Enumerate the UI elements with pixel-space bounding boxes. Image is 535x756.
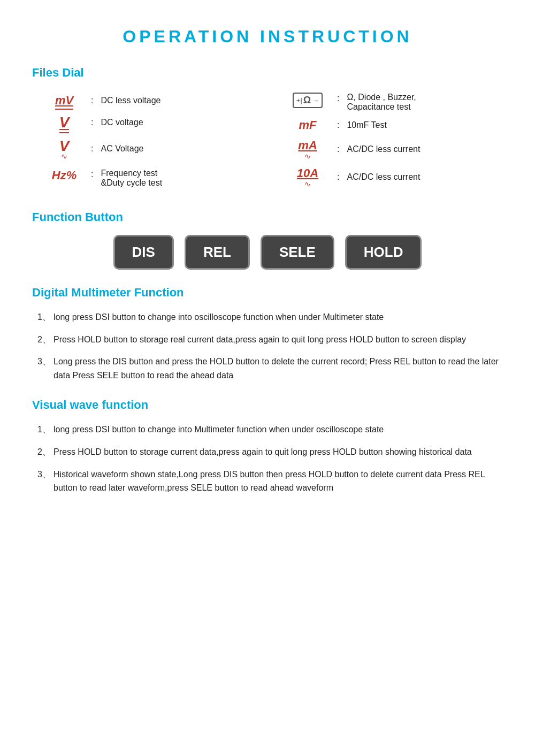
symbol-vdc: V	[43, 114, 86, 131]
dial-right-col: +| Ω → : Ω, Diode , Buzzer,Capacitance t…	[284, 90, 503, 191]
desc-10a: AC/DC less current	[347, 172, 503, 182]
desc-hz: Frequency test&Duty cycle test	[101, 169, 262, 188]
files-dial-title: Files Dial	[32, 66, 503, 80]
symbol-10a: 10A ∿	[284, 166, 332, 188]
dial-row-omega: +| Ω → : Ω, Diode , Buzzer,Capacitance t…	[284, 90, 503, 115]
hz-text: Hz%	[52, 169, 77, 182]
sele-button[interactable]: SELE	[261, 235, 334, 270]
function-button-section: Function Button DIS REL SELE HOLD	[32, 210, 503, 270]
tena-text: 10A	[297, 166, 318, 180]
colon-hz: :	[91, 170, 93, 179]
vdc-text: V	[59, 114, 70, 131]
page-title: OPERATION INSTRUCTION	[32, 27, 503, 47]
list-item: 1、 long press DSI button to change into …	[37, 310, 503, 324]
ma-wrapper: mA ∿	[298, 139, 317, 160]
vw-list-num-1: 1、	[37, 423, 51, 437]
dial-row-vdc: V : DC voltage	[43, 111, 262, 134]
colon-mf: :	[337, 120, 339, 130]
desc-omega: Ω, Diode , Buzzer,Capacitance test	[347, 93, 503, 112]
list-num-3: 3、	[37, 355, 51, 369]
vac-wrapper: V ∿	[59, 138, 70, 160]
dis-button[interactable]: DIS	[113, 235, 174, 270]
omega-plus: +|	[296, 96, 302, 104]
colon-mv: :	[91, 96, 93, 105]
dial-row-ma: mA ∿ : AC/DC less current	[284, 135, 503, 163]
dial-left-col: mV : DC less voltage V : DC voltage V ∿	[43, 90, 262, 191]
colon-ma: :	[337, 144, 339, 154]
list-num-2: 2、	[37, 333, 51, 347]
function-button-title: Function Button	[32, 210, 503, 224]
list-item: 3、 Historical waveform shown state,Long …	[37, 468, 503, 495]
omega-arrow: →	[312, 96, 319, 104]
ma-tilde: ∿	[298, 152, 317, 160]
list-item: 3、 Long press the DIS button and press t…	[37, 355, 503, 382]
symbol-vac: V ∿	[43, 138, 86, 160]
colon-omega: :	[337, 94, 339, 103]
list-text-2: Press HOLD button to storage real curren…	[54, 335, 466, 344]
dial-row-mv: mV : DC less voltage	[43, 90, 262, 111]
vw-list-num-3: 3、	[37, 468, 51, 482]
tena-tilde: ∿	[297, 180, 318, 188]
buttons-row: DIS REL SELE HOLD	[32, 235, 503, 270]
dial-row-mf: mF : 10mF Test	[284, 115, 503, 135]
visual-wave-section: Visual wave function 1、 long press DSI b…	[32, 398, 503, 494]
dial-grid: mV : DC less voltage V : DC voltage V ∿	[32, 90, 503, 191]
colon-vac: :	[91, 144, 93, 154]
ma-text: mA	[298, 139, 317, 152]
colon-vdc: :	[91, 118, 93, 127]
visual-wave-list: 1、 long press DSI button to change into …	[32, 423, 503, 494]
tena-wrapper: 10A ∿	[297, 166, 318, 188]
desc-ma: AC/DC less current	[347, 144, 503, 154]
vw-list-text-3: Historical waveform shown state,Long pre…	[54, 470, 485, 493]
omega-box: +| Ω →	[293, 93, 323, 108]
symbol-omega: +| Ω →	[284, 93, 332, 108]
dial-row-10a: 10A ∿ : AC/DC less current	[284, 163, 503, 191]
list-num-1: 1、	[37, 310, 51, 324]
list-text-1: long press DSI button to change into osc…	[54, 312, 384, 322]
symbol-mf: mF	[284, 118, 332, 132]
vw-list-text-2: Press HOLD button to storage current dat…	[54, 447, 472, 456]
desc-vdc: DC voltage	[101, 118, 262, 127]
files-dial-section: Files Dial mV : DC less voltage V : DC v…	[32, 66, 503, 191]
dial-row-vac: V ∿ : AC Voltage	[43, 134, 262, 163]
omega-letter: Ω	[303, 95, 311, 106]
list-item: 2、 Press HOLD button to storage current …	[37, 445, 503, 459]
digital-multimeter-title: Digital Multimeter Function	[32, 286, 503, 300]
visual-wave-title: Visual wave function	[32, 398, 503, 412]
hold-button[interactable]: HOLD	[345, 235, 422, 270]
mf-text: mF	[299, 118, 317, 132]
digital-multimeter-list: 1、 long press DSI button to change into …	[32, 310, 503, 382]
list-text-3: Long press the DIS button and press the …	[54, 357, 499, 380]
symbol-hz: Hz%	[43, 169, 86, 182]
desc-mf: 10mF Test	[347, 120, 503, 130]
vw-list-text-1: long press DSI button to change into Mul…	[54, 425, 384, 434]
dial-row-hz: Hz% : Frequency test&Duty cycle test	[43, 163, 262, 191]
desc-mv: DC less voltage	[101, 96, 262, 105]
mv-text: mV	[55, 94, 73, 108]
colon-10a: :	[337, 172, 339, 182]
rel-button[interactable]: REL	[185, 235, 250, 270]
list-item: 2、 Press HOLD button to storage real cur…	[37, 333, 503, 347]
desc-vac: AC Voltage	[101, 144, 262, 154]
digital-multimeter-section: Digital Multimeter Function 1、 long pres…	[32, 286, 503, 382]
symbol-ma: mA ∿	[284, 139, 332, 160]
list-item: 1、 long press DSI button to change into …	[37, 423, 503, 437]
vw-list-num-2: 2、	[37, 445, 51, 459]
symbol-mv: mV	[43, 94, 86, 108]
